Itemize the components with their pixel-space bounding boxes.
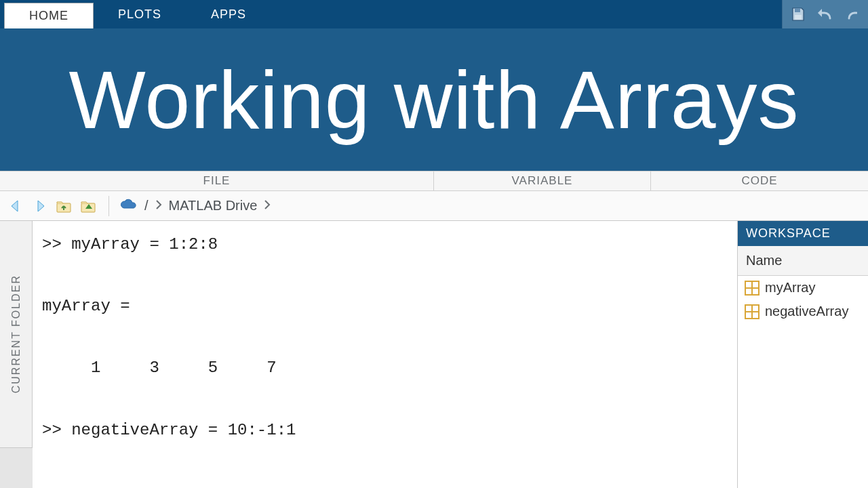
cmd-line: >> myArray = 1:2:8 [42, 235, 218, 253]
cloud-icon [119, 197, 138, 215]
undo-icon[interactable] [816, 5, 834, 23]
quick-access-toolbar [782, 0, 868, 28]
toolstrip-tabs: HOME PLOTS APPS [0, 0, 868, 28]
main-area: CURRENT FOLDER >> myArray = 1:2:8 myArra… [0, 221, 868, 488]
section-code: CODE [651, 171, 868, 190]
tab-home[interactable]: HOME [4, 3, 94, 28]
browse-folder-icon[interactable] [79, 196, 99, 216]
variable-icon [745, 281, 760, 296]
section-variable: VARIABLE [434, 171, 651, 190]
tab-apps[interactable]: APPS [186, 0, 271, 28]
workspace-panel: WORKSPACE Name myArray negativeArray [738, 221, 868, 488]
command-window[interactable]: >> myArray = 1:2:8 myArray = 1 3 5 7 >> … [33, 221, 738, 488]
variable-name: negativeArray [765, 304, 848, 319]
page-title: Working with Arrays [68, 53, 799, 146]
back-icon[interactable] [5, 196, 26, 216]
breadcrumb[interactable]: / MATLAB Drive [119, 197, 271, 215]
save-icon[interactable] [789, 5, 807, 23]
svg-rect-0 [795, 8, 800, 12]
workspace-variable[interactable]: negativeArray [738, 300, 868, 323]
chevron-right-icon [155, 200, 162, 211]
variable-name: myArray [765, 280, 815, 296]
address-bar: / MATLAB Drive [0, 191, 868, 221]
workspace-title[interactable]: WORKSPACE [738, 221, 868, 246]
sidebar-bottom-handle[interactable] [0, 447, 33, 488]
cmd-line: 1 3 5 7 [42, 359, 277, 377]
up-folder-icon[interactable] [54, 196, 75, 216]
variable-icon [745, 304, 760, 319]
cmd-line: >> negativeArray = 10:-1:1 [42, 421, 296, 439]
chevron-right-icon [264, 200, 271, 211]
breadcrumb-folder[interactable]: MATLAB Drive [169, 198, 258, 214]
redo-icon[interactable] [844, 5, 861, 23]
svg-rect-1 [795, 15, 802, 20]
toolstrip-sections: FILE VARIABLE CODE [0, 171, 868, 191]
breadcrumb-root: / [144, 198, 149, 214]
section-file: FILE [0, 171, 434, 190]
cmd-line: myArray = [42, 297, 130, 315]
forward-icon[interactable] [30, 196, 50, 216]
workspace-variable[interactable]: myArray [738, 276, 868, 300]
current-folder-label: CURRENT FOLDER [10, 274, 22, 393]
workspace-column-name[interactable]: Name [738, 246, 868, 276]
current-folder-panel-collapsed[interactable]: CURRENT FOLDER [0, 221, 33, 447]
tab-plots[interactable]: PLOTS [94, 0, 186, 28]
page-title-banner: Working with Arrays [0, 28, 868, 171]
